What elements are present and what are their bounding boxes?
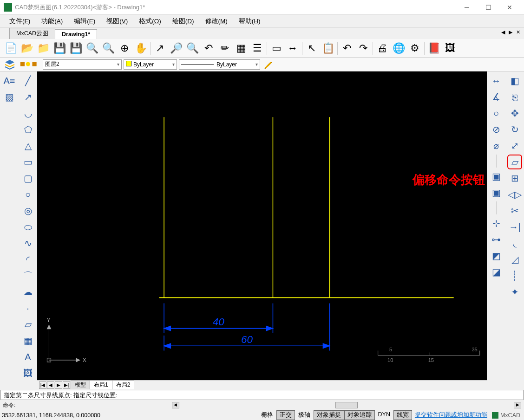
measure-icon[interactable]: ↗ [152,40,168,56]
array-icon[interactable]: ⊞ [507,171,522,186]
web-icon[interactable]: 🌐 [391,40,406,56]
doctab[interactable]: Drawing1* [55,29,97,39]
break-icon[interactable]: ┊ [507,268,522,283]
menu-d[interactable]: 绘图(D) [167,15,200,27]
polyline-icon[interactable]: ↗ [20,90,35,104]
explode-icon[interactable]: ✦ [507,284,522,299]
layout-nav-button[interactable]: ▶ [55,381,62,389]
menu-a[interactable]: 功能(A) [36,15,68,27]
layer-manager-icon[interactable] [3,58,17,71]
table-icon[interactable]: ▦ [233,40,249,56]
color-select[interactable]: ByLayer ▾ [124,59,177,70]
rounded-rect-icon[interactable]: ▢ [20,171,35,186]
layer-icon[interactable]: ☰ [249,40,265,56]
menu-m[interactable]: 修改(M) [200,15,233,27]
line-icon[interactable]: ╱ [20,73,35,88]
status-toggle[interactable]: 栅格 [258,410,276,420]
doctab[interactable]: MxCAD云图 [9,28,55,39]
scroll-left-icon[interactable]: ◀ [172,402,179,408]
command-prompt-label[interactable]: 命令: [3,401,15,409]
ellipse-arc-icon[interactable]: ⌒ [20,268,35,283]
drawing-canvas[interactable]: 40 60 X Y [37,71,487,380]
layout-tab[interactable]: 布局1 [90,380,112,389]
polygon-icon[interactable]: ⬠ [20,122,35,137]
undo-icon[interactable]: ↶ [339,40,355,56]
maximize-button[interactable]: ☐ [478,0,499,14]
layout-nav-button[interactable]: |◀ [39,381,46,389]
close-button[interactable]: ✕ [499,0,520,14]
zoom-realtime-icon[interactable]: 🔍 [184,40,200,56]
open-folder-icon[interactable]: 📂 [19,40,35,56]
chamfer-icon[interactable]: ◿ [507,252,522,267]
status-toggle[interactable]: 正交 [276,410,295,420]
zoom-window-icon[interactable]: 🔍 [100,40,116,56]
arc-icon[interactable]: ◡ [20,106,35,121]
tab-close-icon[interactable]: ✕ [515,29,521,35]
hatch2-icon[interactable]: ▦ [20,333,35,348]
redo-icon[interactable]: ↷ [355,40,371,56]
open-icon[interactable]: 📁 [35,40,51,56]
props-icon[interactable]: 📋 [320,40,336,56]
scale-icon[interactable]: ⤢ [507,138,522,153]
layer-state-icon[interactable] [19,58,41,71]
pencil-icon[interactable]: ✏ [217,40,233,56]
dim-linear-icon[interactable]: A≡ [2,73,17,88]
minimize-button[interactable]: ─ [456,0,478,14]
layout-nav-button[interactable]: ◀ [47,381,54,389]
layout-tab[interactable]: 模型 [71,380,90,389]
cube2-icon[interactable]: ◪ [489,265,504,279]
menu-e[interactable]: 编辑(E) [68,15,101,27]
fillet-icon[interactable]: ◟ [507,236,522,251]
rotate-icon[interactable]: ↻ [507,122,522,137]
zoom-icon[interactable]: 🔎 [168,40,184,56]
hatch-icon[interactable]: ▨ [2,90,17,104]
dim-dia-icon[interactable]: ⌀ [489,138,504,153]
circle-icon[interactable]: ○ [20,187,35,202]
tab-next-icon[interactable]: ▶ [507,29,514,35]
dim-ang-icon[interactable]: ∡ [489,90,504,104]
join-icon[interactable]: ⊶ [489,232,504,247]
offset-icon[interactable]: ▱ [507,155,522,169]
new-file-icon[interactable]: 📄 [3,40,19,56]
rect-icon[interactable]: ▭ [269,40,284,56]
zoom-all-icon[interactable]: ⊕ [117,40,132,56]
zoom-extents-icon[interactable]: 🔍 [84,40,100,56]
linetype-select[interactable]: ByLayer ▾ [179,59,260,70]
gear-icon[interactable]: ⚙ [407,40,423,56]
mirror-icon[interactable]: ◁▷ [507,187,522,202]
menu-h[interactable]: 帮助(H) [233,15,266,27]
pdf-icon[interactable]: 📕 [426,40,442,56]
pt-arc-icon[interactable]: ◜ [20,252,35,267]
rect-icon[interactable]: ▭ [20,155,35,169]
dim-rad-icon[interactable]: ⊘ [489,122,504,137]
tab-prev-icon[interactable]: ◀ [500,29,506,35]
triangle-icon[interactable]: △ [20,138,35,153]
donut-icon[interactable]: ◎ [20,203,35,218]
layout-tab[interactable]: 布局2 [112,380,135,389]
select-icon[interactable]: ↖ [304,40,320,56]
break-line-icon[interactable]: ⊹ [489,216,504,231]
dim-icon[interactable]: ↔ [285,40,301,56]
layout-nav-button[interactable]: ▶| [63,381,70,389]
save-copy-icon[interactable]: 💾 [68,40,84,56]
circle2-icon[interactable]: ○ [489,106,504,121]
pan-icon[interactable]: ✋ [133,40,149,56]
print-icon[interactable]: 🖨 [374,40,390,56]
move-copy-icon[interactable]: ▣ [489,169,504,184]
scroll-track[interactable] [335,402,358,408]
extend-icon[interactable]: →| [507,220,522,234]
copy2-icon[interactable]: ⎘ [507,90,522,104]
image-icon[interactable]: 🖼 [442,40,458,56]
feedback-link[interactable]: 提交软件问题或增加新功能 [413,411,489,419]
cube-icon[interactable]: ◩ [489,248,504,263]
status-toggle[interactable]: 对象捕捉 [314,410,344,420]
copy-icon[interactable]: ▣ [489,185,504,200]
status-toggle[interactable]: DYN [375,410,393,420]
scroll-right-icon[interactable]: ▶ [514,402,521,408]
menu-o[interactable]: 格式(O) [133,15,167,27]
draw-pencil-icon[interactable] [262,58,276,71]
eraser-icon[interactable]: ◧ [507,73,522,88]
ellipse-icon[interactable]: ⬭ [20,220,35,234]
image2-icon[interactable]: 🖼 [20,366,35,381]
spline-icon[interactable]: ∿ [20,236,35,251]
